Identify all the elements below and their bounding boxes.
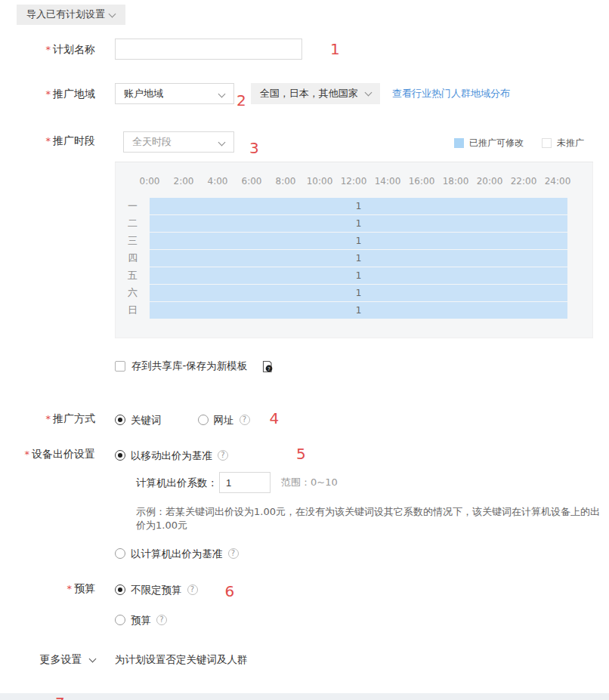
legend-promoted-label: 已推广可修改: [469, 137, 524, 150]
schedule-day-row: 二 1: [116, 215, 592, 232]
hour-tick: 18:00: [443, 176, 469, 187]
radio-unchecked-icon[interactable]: [115, 615, 125, 625]
schedule-day-bar[interactable]: 1: [150, 267, 567, 284]
budget-unlimited-option[interactable]: 不限定预算 ?: [115, 584, 198, 596]
svg-text:?: ?: [268, 365, 270, 372]
bar-coefficient: 1: [356, 305, 362, 316]
annotation-2: 2: [236, 93, 246, 108]
account-region-select[interactable]: 账户地域: [115, 83, 234, 104]
annotation-5: 5: [296, 446, 306, 461]
hot-region-distribution-link[interactable]: 查看行业热门人群地域分布: [392, 83, 510, 104]
bid-base-computer-label: 以计算机出价为基准: [131, 547, 223, 560]
more-settings-row: 更多设置 为计划设置否定关键词及人群: [0, 649, 609, 670]
budget-label: *预算: [0, 578, 106, 600]
schedule-preset-value: 全天时段: [132, 136, 172, 147]
legend-promoted-swatch: [454, 138, 464, 148]
annotation-6: 6: [225, 584, 235, 599]
hour-tick: 0:00: [140, 176, 160, 187]
day-label: 日: [116, 304, 150, 317]
schedule-day-bar[interactable]: 1: [150, 250, 567, 267]
bar-coefficient: 1: [356, 236, 362, 246]
schedule-label: *推广时段: [0, 130, 106, 152]
schedule-legend: 已推广可修改 未推广: [454, 131, 584, 150]
help-icon[interactable]: ?: [240, 415, 250, 425]
plan-name-input[interactable]: [115, 39, 302, 60]
method-option-keyword[interactable]: 关键词: [115, 414, 162, 426]
import-existing-plan-label: 导入已有计划设置: [26, 8, 105, 21]
required-asterisk: *: [67, 583, 73, 594]
schedule-day-bar[interactable]: 1: [150, 198, 567, 214]
required-asterisk: *: [46, 44, 51, 55]
bid-base-mobile-label: 以移动出价为基准: [131, 449, 212, 461]
schedule-day-bar[interactable]: 1: [150, 302, 567, 319]
schedule-preset-select[interactable]: 全天时段: [123, 131, 234, 153]
schedule-day-row: 五 1: [116, 267, 592, 284]
chevron-down-icon: [89, 655, 97, 663]
radio-checked-icon[interactable]: [115, 450, 125, 461]
day-label: 二: [116, 217, 150, 230]
required-asterisk: *: [25, 449, 30, 460]
annotation-7: 7: [55, 695, 65, 700]
day-label: 六: [116, 286, 150, 300]
save-template-checkbox[interactable]: [115, 361, 125, 372]
schedule-day-row: 日 1: [116, 302, 592, 319]
required-asterisk: *: [46, 413, 51, 424]
bar-coefficient: 1: [356, 218, 362, 229]
day-label: 三: [116, 234, 150, 248]
more-settings-description: 为计划设置否定关键词及人群: [115, 649, 248, 670]
annotation-1: 1: [330, 42, 340, 57]
hour-tick: 8:00: [276, 176, 296, 187]
budget-limited-option[interactable]: 预算 ?: [115, 614, 167, 626]
chevron-down-icon: [364, 89, 372, 97]
schedule-day-row: 四 1: [116, 250, 592, 267]
pc-coefficient-input[interactable]: [219, 472, 270, 493]
help-icon[interactable]: ?: [156, 615, 167, 625]
chevron-down-icon: [218, 91, 226, 98]
bar-coefficient: 1: [356, 270, 362, 281]
schedule-widget: 全天时段 3 已推广可修改 未推广 0:00 2:00 4:00 6:00 8:…: [115, 130, 593, 338]
device-bid-label: *设备出价设置: [0, 443, 106, 465]
radio-unchecked-icon[interactable]: [115, 548, 125, 559]
pc-coefficient-label: 计算机出价系数：: [136, 472, 218, 493]
schedule-day-row: 三 1: [116, 233, 592, 249]
schedule-row: *推广时段 全天时段 3 已推广可修改 未推广 0:00 2:00 4:00 6…: [0, 130, 609, 338]
chevron-down-icon: [218, 139, 226, 146]
bar-coefficient: 1: [356, 288, 362, 298]
hour-tick: 4:00: [208, 176, 228, 187]
help-icon[interactable]: ?: [228, 548, 239, 559]
radio-checked-icon[interactable]: [115, 415, 125, 425]
method-url-label: 网址: [214, 414, 234, 426]
schedule-day-bar[interactable]: 1: [150, 215, 567, 232]
required-asterisk: *: [46, 88, 51, 100]
help-icon[interactable]: ?: [187, 584, 198, 595]
schedule-day-row: 一 1: [116, 198, 592, 214]
plan-name-row: *计划名称 1: [0, 39, 609, 60]
budget-row: *预算 不限定预算 ? 6 预算 ?: [0, 578, 609, 626]
legend-unpromoted-label: 未推广: [557, 137, 584, 150]
bid-base-mobile-option[interactable]: 以移动出价为基准 ?: [115, 449, 228, 461]
hour-tick: 22:00: [511, 176, 537, 187]
method-row: *推广方式 关键词 网址 ? 4: [0, 408, 609, 430]
hour-tick: 20:00: [477, 176, 503, 187]
more-settings-toggle[interactable]: 更多设置: [0, 649, 106, 670]
schedule-day-row: 六 1: [116, 285, 592, 301]
method-keyword-label: 关键词: [131, 414, 162, 426]
help-icon[interactable]: ?: [218, 450, 228, 461]
footer-bar: 7 保存并新建单元 取 消: [0, 693, 609, 700]
hour-tick: 10:00: [307, 176, 333, 187]
schedule-day-bar[interactable]: 1: [150, 233, 567, 249]
radio-unchecked-icon[interactable]: [198, 415, 209, 425]
bid-base-computer-option[interactable]: 以计算机出价为基准 ?: [115, 547, 239, 560]
region-scope-label: 全国，日本，其他国家: [260, 88, 358, 99]
bar-coefficient: 1: [356, 201, 362, 211]
day-label: 四: [116, 251, 150, 265]
region-scope-button[interactable]: 全国，日本，其他国家: [251, 83, 380, 104]
hour-tick: 16:00: [409, 176, 435, 187]
import-existing-plan-button[interactable]: 导入已有计划设置: [17, 5, 125, 25]
region-row: *推广地域 账户地域 2 全国，日本，其他国家 查看行业热门人群地域分布: [0, 83, 609, 105]
schedule-day-bar[interactable]: 1: [150, 285, 567, 301]
method-option-url[interactable]: 网址 ?: [198, 414, 250, 426]
radio-checked-icon[interactable]: [115, 584, 125, 595]
save-template-help-icon[interactable]: ?: [261, 360, 274, 373]
template-checkbox-row: 存到共享库-保存为新模板 ?: [0, 359, 609, 373]
